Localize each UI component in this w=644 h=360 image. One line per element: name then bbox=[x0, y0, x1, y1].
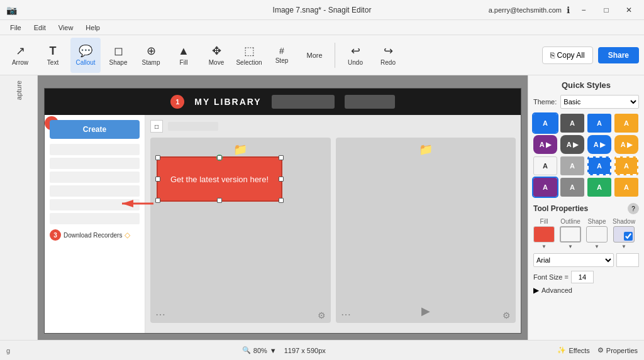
undo-label: Undo bbox=[348, 59, 363, 66]
font-row: Arial Times New Roman bbox=[533, 253, 639, 267]
swatch-3[interactable]: A bbox=[587, 114, 611, 133]
menu-file[interactable]: File bbox=[5, 23, 26, 33]
app-content: □ 📁 ⋯ bbox=[145, 115, 521, 333]
properties-icon: ⚙ bbox=[597, 346, 604, 354]
text-icon: T bbox=[50, 45, 57, 58]
swatch-4[interactable]: A bbox=[614, 114, 638, 133]
redo-button[interactable]: ↪ Redo bbox=[373, 38, 403, 73]
shadow-checkbox[interactable] bbox=[624, 232, 633, 241]
shadow-arrow[interactable]: ▼ bbox=[621, 244, 626, 249]
fill-color-swatch[interactable] bbox=[533, 226, 555, 243]
tool-step[interactable]: # Step bbox=[267, 38, 297, 73]
sidebar-item-6 bbox=[50, 213, 140, 224]
callout-icon: 💬 bbox=[79, 44, 92, 58]
swatch-15[interactable]: A bbox=[587, 178, 611, 197]
handle-bc[interactable] bbox=[217, 198, 222, 203]
swatch-9[interactable]: A bbox=[533, 156, 557, 175]
handle-tl[interactable] bbox=[155, 155, 160, 160]
font-select[interactable]: Arial Times New Roman bbox=[533, 253, 614, 267]
theme-select[interactable]: Basic Classic Modern bbox=[560, 95, 639, 109]
handle-mr[interactable] bbox=[279, 177, 284, 182]
properties-button[interactable]: ⚙ Properties bbox=[597, 346, 638, 354]
minimize-button[interactable]: − bbox=[575, 1, 592, 19]
tool-fill-label: Fill bbox=[180, 59, 188, 66]
shape-swatch[interactable] bbox=[586, 226, 608, 243]
maximize-button[interactable]: □ bbox=[597, 1, 615, 19]
grid-gear-2: ⚙ bbox=[502, 310, 511, 320]
content-header-bar bbox=[168, 122, 218, 131]
shadow-label: Shadow bbox=[613, 218, 635, 225]
tool-stamp-label: Stamp bbox=[142, 59, 160, 66]
tool-arrow[interactable]: ↗ Arrow bbox=[5, 38, 35, 73]
tool-step-label: Step bbox=[275, 57, 289, 64]
sidebar-item-3 bbox=[50, 172, 140, 183]
handle-tr[interactable] bbox=[279, 155, 284, 160]
handle-tc[interactable] bbox=[217, 155, 222, 160]
zoom-control[interactable]: 🔍 80% ▼ bbox=[242, 346, 277, 354]
handle-br[interactable] bbox=[279, 198, 284, 203]
swatch-2[interactable]: A bbox=[560, 114, 584, 133]
swatch-10[interactable]: A bbox=[560, 156, 584, 175]
grid-item-1: 📁 ⋯ bbox=[150, 138, 331, 323]
main-layout: apture 1 MY LIBRARY 2 bbox=[0, 75, 644, 340]
tool-fill[interactable]: ▲ Fill bbox=[169, 38, 199, 73]
swatch-1[interactable]: A bbox=[533, 114, 557, 133]
tool-more[interactable]: More bbox=[299, 38, 330, 73]
toolbar-actions: ⎘ Copy All Share bbox=[542, 46, 639, 64]
shadow-swatch[interactable] bbox=[613, 226, 635, 243]
advanced-row[interactable]: ▶ Advanced bbox=[533, 286, 639, 295]
outline-swatch[interactable] bbox=[560, 226, 581, 243]
tool-stamp[interactable]: ⊕ Stamp bbox=[136, 38, 166, 73]
tool-move[interactable]: ✥ Move bbox=[201, 38, 231, 73]
effects-icon: ✨ bbox=[557, 346, 566, 354]
user-email: a.perry@techsmith.com bbox=[489, 6, 562, 14]
menu-view[interactable]: View bbox=[53, 23, 79, 33]
shape-col: Shape ▼ bbox=[586, 218, 608, 249]
font-size-input[interactable]: 14 bbox=[571, 271, 594, 283]
swatch-16[interactable]: A bbox=[614, 178, 638, 197]
swatch-5[interactable]: A ▶ bbox=[533, 135, 557, 154]
tool-text[interactable]: T Text bbox=[38, 38, 68, 73]
effects-button[interactable]: ✨ Effects bbox=[557, 346, 589, 354]
callout-box[interactable]: Get the latest version here! bbox=[157, 156, 282, 202]
app-body: 2 Create 3 bbox=[45, 115, 521, 333]
tool-callout[interactable]: 💬 Callout bbox=[70, 38, 101, 73]
menu-edit[interactable]: Edit bbox=[29, 23, 51, 33]
handle-bl[interactable] bbox=[155, 198, 160, 203]
swatch-13[interactable]: A bbox=[533, 178, 557, 197]
advanced-label: Advanced bbox=[541, 286, 572, 294]
font-color-box[interactable] bbox=[616, 253, 639, 267]
tool-shape[interactable]: ◻ Shape bbox=[103, 38, 133, 73]
effects-label: Effects bbox=[569, 347, 589, 354]
zoom-dropdown-icon[interactable]: ▼ bbox=[270, 347, 277, 354]
swatch-8[interactable]: A ▶ bbox=[614, 135, 638, 154]
swatch-7[interactable]: A ▶ bbox=[587, 135, 611, 154]
sidebar-item-2 bbox=[50, 158, 140, 169]
menu-help[interactable]: Help bbox=[80, 23, 105, 33]
fill-arrow[interactable]: ▼ bbox=[541, 244, 547, 249]
outline-arrow[interactable]: ▼ bbox=[568, 244, 573, 249]
shape-arrow[interactable]: ▼ bbox=[594, 244, 599, 249]
swatch-12[interactable]: A bbox=[614, 156, 638, 175]
swatch-14[interactable]: A bbox=[560, 178, 584, 197]
undo-button[interactable]: ↩ Undo bbox=[340, 38, 370, 73]
swatch-6[interactable]: A ▶ bbox=[560, 135, 584, 154]
copy-all-button[interactable]: ⎘ Copy All bbox=[542, 46, 593, 64]
app-header-title: MY LIBRARY bbox=[194, 97, 261, 107]
step-icon: # bbox=[279, 46, 284, 56]
sidebar-item-4 bbox=[50, 185, 140, 197]
close-button[interactable]: ✕ bbox=[620, 1, 638, 19]
tool-arrow-label: Arrow bbox=[12, 59, 28, 66]
outline-col: Outline ▼ bbox=[560, 218, 581, 249]
tool-selection[interactable]: ⬚ Selection bbox=[234, 38, 264, 73]
zoom-value: 80% bbox=[253, 347, 267, 354]
share-button[interactable]: Share bbox=[598, 47, 639, 63]
theme-row: Theme: Basic Classic Modern bbox=[533, 95, 639, 109]
handle-ml[interactable] bbox=[155, 177, 160, 182]
swatch-11[interactable]: A bbox=[587, 156, 611, 175]
fill-col: Fill ▼ bbox=[533, 218, 555, 249]
window-title: Image 7.snag* - Snagit Editor bbox=[273, 6, 372, 14]
prop-columns: Fill ▼ Outline ▼ Shape ▼ Shadow ▼ bbox=[533, 218, 639, 249]
canvas-area[interactable]: 1 MY LIBRARY 2 Create bbox=[38, 75, 528, 340]
help-button[interactable]: ? bbox=[628, 203, 639, 214]
